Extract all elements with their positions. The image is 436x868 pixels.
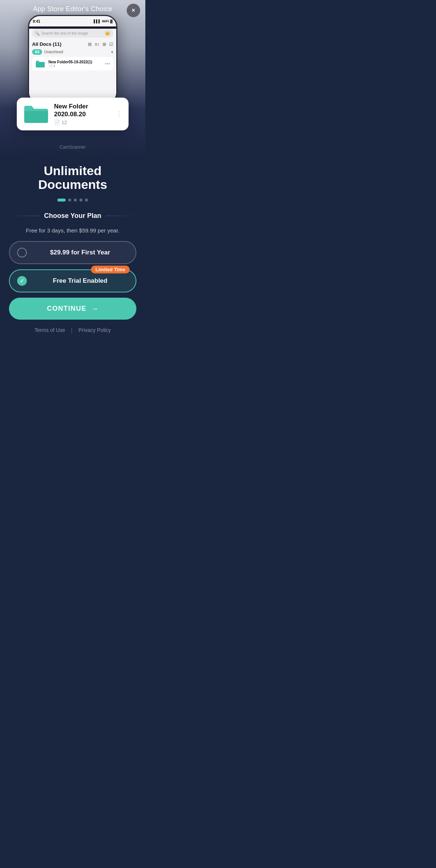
phone-folder-count: 📄 4 — [48, 64, 102, 68]
doc-icon-big: 📄 — [54, 120, 60, 125]
plan-option-2-label: Free Trial Enabled — [32, 277, 128, 285]
plan-subtitle: Free for 3 days, then $59.99 per year. — [9, 227, 136, 234]
plan-divider: Choose Your Plan — [9, 212, 136, 220]
sort-icon: ≡↕ — [95, 42, 99, 47]
close-icon: × — [132, 7, 135, 14]
footer-separator: | — [71, 327, 73, 333]
terms-link[interactable]: Terms of Use — [34, 327, 65, 333]
privacy-link[interactable]: Privacy Policy — [78, 327, 111, 333]
radio-circle-2 — [17, 276, 27, 286]
phone-time: 9:41 — [33, 19, 40, 23]
filter-unarchived-chip: Unarchived — [44, 50, 63, 54]
filter-row: All Unarchived ▾ — [29, 48, 116, 56]
grid-icon: ⊞ — [102, 42, 106, 47]
add-folder-icon: ⊞ — [88, 42, 92, 47]
footer-links: Terms of Use | Privacy Policy — [9, 327, 136, 333]
phone-status-icons: ▌▌▌ WiFi ▓ — [94, 19, 113, 23]
floating-card-info: New Folder 2020.08.20 📄 12 — [54, 103, 111, 125]
bottom-content: Unlimited Documents Choose Your Plan Fre… — [0, 156, 145, 344]
phone-frame: 9:41 ▌▌▌ WiFi ▓ 🔍 Search the text of the… — [28, 15, 117, 104]
plan-section: Choose Your Plan Free for 3 days, then $… — [9, 212, 136, 333]
plan-option-1-label: $29.99 for First Year — [32, 249, 128, 256]
dot-4 — [79, 199, 82, 202]
toolbar-icons: ⊞ ≡↕ ⊞ ☑ — [88, 42, 113, 47]
filter-all-chip: All — [32, 49, 42, 55]
dot-3 — [74, 199, 77, 202]
phone-mockup: 9:41 ▌▌▌ WiFi ▓ 🔍 Search the text of the… — [28, 15, 117, 104]
filter-dropdown-icon: ▾ — [111, 50, 113, 55]
continue-arrow-icon: → — [91, 304, 98, 313]
search-placeholder-text: Search the text of the image — [41, 31, 88, 35]
hero-title: App Store Editor's Choice — [33, 5, 112, 13]
radio-circle-1 — [17, 248, 27, 257]
floating-more-icon: ⋮ — [116, 110, 123, 118]
limited-time-badge: Limited Time — [91, 266, 130, 273]
close-button[interactable]: × — [127, 4, 140, 17]
all-docs-title: All Docs (11) — [32, 41, 61, 47]
dot-2 — [68, 199, 71, 202]
all-docs-header: All Docs (11) ⊞ ≡↕ ⊞ ☑ — [29, 40, 116, 48]
divider-line-left — [9, 216, 40, 216]
doc-icon-small: 📄 — [48, 64, 53, 68]
continue-button[interactable]: CONTINUE → — [9, 298, 136, 320]
floating-folder-count: 📄 12 — [54, 120, 111, 125]
folder-icon-small — [35, 59, 45, 68]
big-folder-icon — [23, 103, 49, 125]
check-icon: ☑ — [109, 42, 113, 47]
divider-line-right — [106, 216, 136, 216]
floating-folder-name: New Folder 2020.08.20 — [54, 103, 111, 118]
phone-folder-info: New Folder05-19-2022(1) 📄 4 — [48, 60, 102, 68]
choose-plan-label: Choose Your Plan — [44, 212, 101, 220]
battery-icon: ▓ — [110, 19, 113, 23]
search-icon: 🔍 — [35, 31, 40, 35]
headline: Unlimited Documents — [9, 164, 136, 192]
dots-indicator — [9, 199, 136, 202]
continue-label: CONTINUE — [47, 305, 86, 313]
floating-folder-card: New Folder 2020.08.20 📄 12 ⋮ — [17, 98, 129, 130]
phone-folder-name: New Folder05-19-2022(1) — [48, 60, 102, 64]
wifi-icon: WiFi — [102, 19, 109, 23]
phone-screen: 🔍 Search the text of the image 👑 All Doc… — [29, 29, 116, 103]
phone-folder-item: New Folder05-19-2022(1) 📄 4 ••• — [32, 57, 113, 70]
more-options-icon: ••• — [105, 61, 110, 67]
phone-search-bar: 🔍 Search the text of the image 👑 — [32, 29, 113, 38]
dot-5 — [85, 199, 88, 202]
cam-scanner-label: CamScanner — [60, 145, 86, 150]
crown-icon: 👑 — [105, 31, 110, 36]
dot-1 — [57, 199, 66, 202]
phone-status-bar: 9:41 ▌▌▌ WiFi ▓ — [29, 16, 116, 26]
plan-option-2[interactable]: Limited Time Free Trial Enabled — [9, 269, 136, 292]
hero-section: App Store Editor's Choice × 9:41 ▌▌▌ WiF… — [0, 0, 145, 156]
signal-icon: ▌▌▌ — [94, 19, 101, 23]
plan-option-1[interactable]: $29.99 for First Year — [9, 241, 136, 264]
